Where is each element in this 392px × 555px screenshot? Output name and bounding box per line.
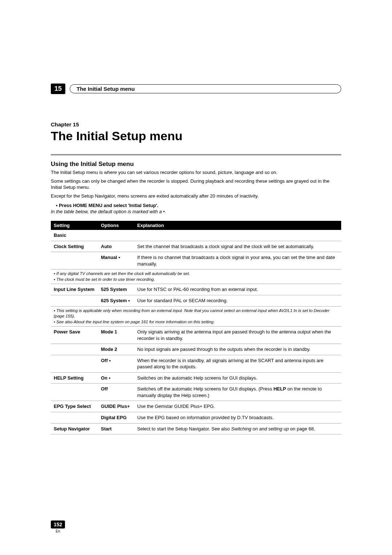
help-off-bold: HELP xyxy=(273,386,286,392)
cell-setting: Input Line System xyxy=(51,284,98,295)
cell-setting xyxy=(51,344,98,355)
intro-paragraph-3: Except for the Setup Navigator, menu scr… xyxy=(51,193,341,199)
row-powersave-mode2: Mode 2 No input signals are passed throu… xyxy=(51,344,341,355)
cell-setting: EPG Type Select xyxy=(51,401,98,412)
chapter-number-badge: 15 xyxy=(51,84,65,94)
cell-explanation: Use for NTSC or PAL-60 recording from an… xyxy=(134,284,341,295)
row-powersave-off: Off • When the recorder is in standby, a… xyxy=(51,355,341,372)
cell-explanation: Use the EPG based on information provide… xyxy=(134,412,341,423)
note-cell: • If any digital TV channels are set the… xyxy=(51,270,341,284)
default-note: In the table below, the default option i… xyxy=(51,209,341,214)
col-setting: Setting xyxy=(51,221,98,230)
cell-explanation: Select to start the Setup Navigator. See… xyxy=(134,423,341,434)
manual-page: 15 The Initial Setup menu Chapter 15 The… xyxy=(0,0,392,555)
row-clock-manual: Manual • If there is no channel that bro… xyxy=(51,252,341,270)
chapter-title: The Initial Setup menu xyxy=(51,129,341,143)
cell-option: Start xyxy=(98,423,134,434)
page-header: 15 The Initial Setup menu xyxy=(51,84,341,94)
table-header-row: Setting Options Explanation xyxy=(51,221,341,230)
intro-paragraph-1: The Initial Setup menu is where you can … xyxy=(51,169,341,176)
row-clock-note: • If any digital TV channels are set the… xyxy=(51,270,341,284)
cell-option: Off • xyxy=(98,355,134,372)
cell-explanation: No input signals are passed through to t… xyxy=(134,344,341,355)
cell-option: Auto xyxy=(98,241,134,252)
cell-setting xyxy=(51,295,98,306)
settings-table: Setting Options Explanation Basic Clock … xyxy=(51,221,341,434)
cell-explanation: Use for standard PAL or SECAM recording. xyxy=(134,295,341,306)
row-clock-auto: Clock Setting Auto Set the channel that … xyxy=(51,241,341,252)
cell-setting xyxy=(51,252,98,270)
nav-post: on page 68. xyxy=(289,426,315,432)
chapter-pill-title: The Initial Setup menu xyxy=(70,84,341,93)
cell-option: GUIDE Plus+ xyxy=(98,401,134,412)
row-ils-note: • This setting is applicable only when r… xyxy=(51,306,341,327)
cell-option: Manual • xyxy=(98,252,134,270)
cell-option: Mode 2 xyxy=(98,344,134,355)
chapter-label: Chapter 15 xyxy=(51,121,341,127)
row-epg-guideplus: EPG Type Select GUIDE Plus+ Use the Gems… xyxy=(51,401,341,412)
cell-option: Digital EPG xyxy=(98,412,134,423)
language-label: En xyxy=(51,529,65,533)
cell-explanation: If there is no channel that broadcasts a… xyxy=(134,252,341,270)
nav-italic: Switching on and setting up xyxy=(231,426,289,432)
row-ils-625: 625 System • Use for standard PAL or SEC… xyxy=(51,295,341,306)
page-footer: 152 En xyxy=(51,520,65,533)
row-epg-digital: Digital EPG Use the EPG based on informa… xyxy=(51,412,341,423)
cell-explanation: Only signals arriving at the antenna inp… xyxy=(134,327,341,344)
cell-option: Off xyxy=(98,384,134,401)
row-setup-navigator: Setup Navigator Start Select to start th… xyxy=(51,423,341,434)
cell-option: On • xyxy=(98,372,134,384)
cell-setting: Setup Navigator xyxy=(51,423,98,434)
cell-option: 525 System xyxy=(98,284,134,295)
page-number: 152 xyxy=(51,520,65,528)
row-powersave-mode1: Power Save Mode 1 Only signals arriving … xyxy=(51,327,341,344)
cell-setting: Clock Setting xyxy=(51,241,98,252)
cell-explanation: Switches off the automatic Help screens … xyxy=(134,384,341,401)
cell-explanation: When the recorder is in standby, all sig… xyxy=(134,355,341,372)
row-help-off: Off Switches off the automatic Help scre… xyxy=(51,384,341,401)
note-cell: • This setting is applicable only when r… xyxy=(51,306,341,327)
group-label: Basic xyxy=(51,230,341,241)
note-line-b: • The clock must be set in order to use … xyxy=(54,277,155,281)
cell-explanation: Set the channel that broadcasts a clock … xyxy=(134,241,341,252)
cell-explanation: Switches on the automatic Help screens f… xyxy=(134,372,341,384)
cell-setting xyxy=(51,355,98,372)
nav-pre: Select to start the Setup Navigator. See… xyxy=(137,426,231,432)
instruction-bullet: • Press HOME MENU and select 'Initial Se… xyxy=(51,203,341,208)
divider xyxy=(51,154,341,155)
col-options: Options xyxy=(98,221,134,230)
group-basic: Basic xyxy=(51,230,341,241)
cell-option: 625 System • xyxy=(98,295,134,306)
row-ils-525: Input Line System 525 System Use for NTS… xyxy=(51,284,341,295)
row-help-on: HELP Setting On • Switches on the automa… xyxy=(51,372,341,384)
note-line-a: • This setting is applicable only when r… xyxy=(54,308,330,319)
cell-option: Mode 1 xyxy=(98,327,134,344)
help-off-pre: Switches off the automatic Help screens … xyxy=(137,386,273,392)
cell-setting: HELP Setting xyxy=(51,372,98,384)
col-explanation: Explanation xyxy=(134,221,341,230)
cell-explanation: Use the Gemstar GUIDE Plus+ EPG. xyxy=(134,401,341,412)
cell-setting xyxy=(51,384,98,401)
cell-setting xyxy=(51,412,98,423)
section-title: Using the Initial Setup menu xyxy=(51,161,341,168)
note-line-a: • If any digital TV channels are set the… xyxy=(54,271,190,276)
intro-paragraph-2: Some settings can only be changed when t… xyxy=(51,178,341,191)
note-line-b: • See also About the input line system o… xyxy=(54,320,215,324)
cell-setting: Power Save xyxy=(51,327,98,344)
